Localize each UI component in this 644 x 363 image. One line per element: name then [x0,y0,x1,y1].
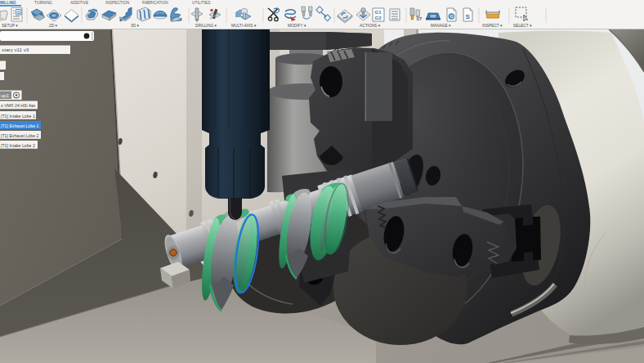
svg-text:FABRICATION: FABRICATION [142,1,168,5]
svg-text:INSPECTION: INSPECTION [105,1,130,5]
svg-text:MODIFY ▾: MODIFY ▾ [288,24,306,28]
svg-text:G: G [17,10,20,15]
svg-text:MILLING: MILLING [0,1,16,5]
svg-text:G: G [450,14,454,19]
svg-text:UTILITIES: UTILITIES [192,1,210,5]
svg-text:INSPECT ▾: INSPECT ▾ [482,24,503,28]
svg-text:MANAGE ▾: MANAGE ▾ [431,24,451,28]
svg-text:up1: up1 [1,93,10,98]
svg-text:[T1] Intake Lobe 1: [T1] Intake Lobe 1 [1,114,35,119]
svg-text:o VMX 24 HSi 4ax: o VMX 24 HSi 4ax [1,103,36,108]
svg-text:ACTIONS ▾: ACTIONS ▾ [360,24,381,28]
svg-text:SETUP ▾: SETUP ▾ [2,24,18,28]
svg-text:MULTI-AXIS ▾: MULTI-AXIS ▾ [231,24,257,28]
svg-text:ADDITIVE: ADDITIVE [70,1,88,5]
svg-text:2D ▾: 2D ▾ [49,24,57,28]
svg-text:[T1] Exhaust Lobe 2: [T1] Exhaust Lobe 2 [1,133,39,138]
svg-text:G1: G1 [375,10,382,15]
svg-text:[T1] Exhaust Lobe 1: [T1] Exhaust Lobe 1 [1,123,39,128]
svg-text:SELECT ▾: SELECT ▾ [513,24,532,28]
svg-text:otary v11 v3: otary v11 v3 [2,47,29,52]
svg-text:3D ▾: 3D ▾ [131,24,139,28]
svg-text:G2: G2 [375,16,382,20]
svg-text:DRILLING ▾: DRILLING ▾ [195,24,217,28]
svg-text:[T1] Intake Lobe 2: [T1] Intake Lobe 2 [1,143,35,148]
svg-text:TURNING: TURNING [34,1,52,5]
svg-text:S: S [466,13,471,20]
